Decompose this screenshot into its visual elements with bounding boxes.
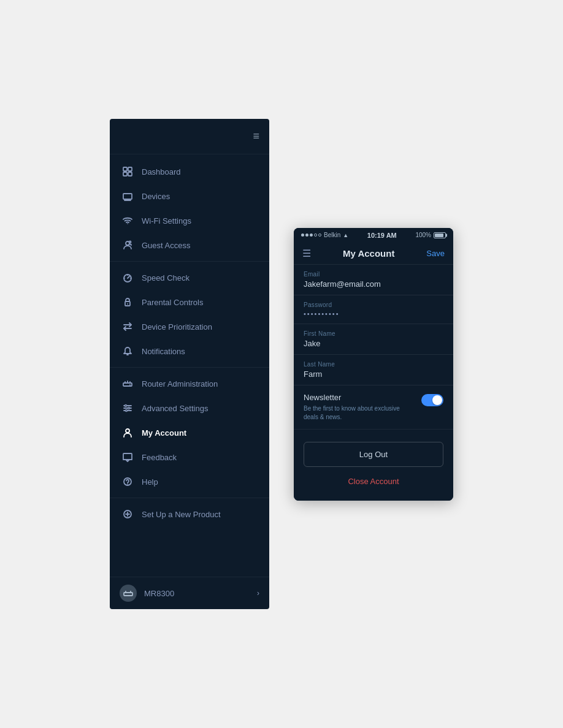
nav-divider-3 xyxy=(110,498,269,498)
phone-status-bar: Belkin ▲ 10:19 AM 100% xyxy=(294,228,453,243)
wifi-icon xyxy=(122,215,133,226)
sidebar-item-help[interactable]: Help xyxy=(110,469,269,494)
battery-icon xyxy=(434,232,446,238)
sidebar-item-advanced[interactable]: Advanced Settings xyxy=(110,396,269,420)
battery-tip xyxy=(446,233,447,237)
svg-point-28 xyxy=(125,405,127,407)
devices-icon xyxy=(122,191,133,202)
sidebar-item-parental[interactable]: Parental Controls xyxy=(110,290,269,314)
signal-dot-2 xyxy=(305,233,308,237)
carrier-label: Belkin xyxy=(324,232,340,238)
sidebar-item-label: Devices xyxy=(142,192,170,201)
sidebar-item-guest[interactable]: Guest Access xyxy=(110,233,269,257)
sidebar-item-label: Help xyxy=(142,477,158,487)
sidebar-item-router-admin[interactable]: Router Administration xyxy=(110,371,269,396)
svg-rect-1 xyxy=(128,167,132,171)
signal-dot-5 xyxy=(318,233,321,237)
chevron-right-icon: › xyxy=(257,589,259,597)
phone-nav-bar: ☰ My Account Save xyxy=(294,243,453,265)
sidebar-item-label: My Account xyxy=(142,428,186,438)
svg-point-34 xyxy=(127,484,128,485)
email-value: Jakefarm@email.com xyxy=(304,279,443,291)
page-container: ≡ Dashboard Devices xyxy=(0,0,563,728)
sidebar-app: ≡ Dashboard Devices xyxy=(110,119,269,609)
sidebar-item-label: Advanced Settings xyxy=(142,404,208,413)
svg-rect-4 xyxy=(123,194,132,199)
sidebar-item-label: Wi-Fi Settings xyxy=(142,216,191,226)
sidebar-item-label: Guest Access xyxy=(142,241,190,250)
email-label: Email xyxy=(304,271,443,278)
newsletter-title: Newsletter xyxy=(304,393,414,402)
last-name-field[interactable]: Last Name Farm xyxy=(294,355,453,385)
password-value: •••••••••• xyxy=(304,310,443,320)
svg-rect-3 xyxy=(128,172,132,176)
sidebar-item-wifi[interactable]: Wi-Fi Settings xyxy=(110,208,269,233)
toggle-knob xyxy=(432,395,442,405)
sidebar-nav: Dashboard Devices Wi-Fi Settings xyxy=(110,154,269,577)
first-name-value: Jake xyxy=(304,339,443,351)
sidebar-item-notifications[interactable]: Notifications xyxy=(110,339,269,363)
guest-icon xyxy=(122,240,133,251)
sidebar-item-feedback[interactable]: Feedback xyxy=(110,445,269,469)
svg-point-29 xyxy=(128,408,130,409)
sidebar-item-label: Parental Controls xyxy=(142,298,203,307)
hamburger-icon[interactable]: ≡ xyxy=(253,130,259,143)
sidebar-header: ≡ xyxy=(110,119,269,154)
signal-dot-1 xyxy=(301,233,304,237)
sidebar-item-setup[interactable]: Set Up a New Product xyxy=(110,502,269,526)
newsletter-row: Newsletter Be the first to know about ex… xyxy=(294,385,453,430)
sidebar-item-my-account[interactable]: My Account xyxy=(110,420,269,445)
status-left: Belkin ▲ xyxy=(301,232,348,238)
sidebar-item-speed[interactable]: Speed Check xyxy=(110,265,269,290)
phone-save-button[interactable]: Save xyxy=(426,249,445,258)
device-avatar xyxy=(120,585,137,602)
phone-mockup: Belkin ▲ 10:19 AM 100% ☰ My Account Save… xyxy=(294,228,453,501)
bell-icon xyxy=(122,346,133,357)
newsletter-toggle[interactable] xyxy=(421,394,443,406)
sidebar-item-dashboard[interactable]: Dashboard xyxy=(110,159,269,184)
nav-divider xyxy=(110,261,269,262)
svg-point-10 xyxy=(129,241,131,243)
phone-bottom-area: Log Out Close Account xyxy=(294,430,453,501)
logout-button[interactable]: Log Out xyxy=(304,442,443,467)
last-name-value: Farm xyxy=(304,370,443,381)
sidebar-item-devices[interactable]: Devices xyxy=(110,184,269,208)
dashboard-icon xyxy=(122,166,133,177)
status-time: 10:19 AM xyxy=(367,232,397,239)
sidebar-item-label: Device Prioritization xyxy=(142,322,212,332)
settings-icon xyxy=(122,403,133,414)
svg-rect-38 xyxy=(124,593,132,596)
svg-point-30 xyxy=(126,410,128,412)
first-name-label: First Name xyxy=(304,330,443,337)
password-label: Password xyxy=(304,301,443,308)
svg-rect-0 xyxy=(123,167,127,171)
nav-divider-2 xyxy=(110,367,269,368)
sidebar-item-label: Set Up a New Product xyxy=(142,510,221,519)
first-name-field[interactable]: First Name Jake xyxy=(294,324,453,355)
email-field[interactable]: Email Jakefarm@email.com xyxy=(294,265,453,295)
svg-point-31 xyxy=(126,429,129,433)
help-icon xyxy=(122,476,133,487)
phone-page-title: My Account xyxy=(343,248,394,259)
wifi-status-icon: ▲ xyxy=(343,232,348,238)
newsletter-description: Be the first to know about exclusive dea… xyxy=(304,404,414,422)
sidebar-item-label: Notifications xyxy=(142,347,185,356)
last-name-label: Last Name xyxy=(304,361,443,368)
close-account-button[interactable]: Close Account xyxy=(304,474,443,488)
phone-hamburger-icon[interactable]: ☰ xyxy=(302,248,311,259)
signal-dot-3 xyxy=(310,233,313,237)
signal-dots xyxy=(301,233,321,237)
svg-rect-2 xyxy=(123,172,127,176)
device-name: MR8300 xyxy=(144,589,174,598)
svg-rect-32 xyxy=(123,453,132,460)
password-field[interactable]: Password •••••••••• xyxy=(294,295,453,324)
sidebar-footer[interactable]: MR8300 › xyxy=(110,577,269,609)
router-icon xyxy=(122,378,133,389)
sidebar-item-priority[interactable]: Device Prioritization xyxy=(110,314,269,339)
status-right: 100% xyxy=(415,232,446,238)
sidebar-item-label: Router Administration xyxy=(142,379,218,389)
plus-icon xyxy=(122,509,133,520)
parental-icon xyxy=(122,297,133,308)
svg-point-24 xyxy=(129,384,131,385)
svg-point-16 xyxy=(127,303,128,305)
